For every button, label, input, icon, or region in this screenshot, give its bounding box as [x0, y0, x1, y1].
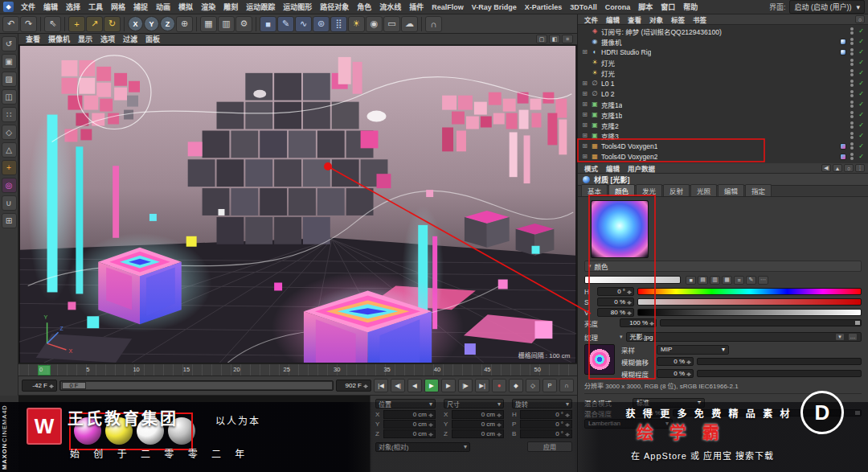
- enabled-check-icon[interactable]: ✓: [858, 69, 865, 76]
- enabled-check-icon[interactable]: ✓: [858, 153, 865, 160]
- render-view-button[interactable]: ▦: [200, 16, 217, 32]
- spectrum-mode-icon[interactable]: ▤: [698, 276, 708, 285]
- vp-menu-display[interactable]: 显示: [75, 33, 96, 45]
- blur-scale-slider[interactable]: [697, 370, 862, 377]
- om-menu-view[interactable]: 查看: [624, 14, 645, 24]
- record-params-button[interactable]: P: [542, 379, 557, 392]
- next-key-button[interactable]: |▶: [458, 379, 473, 392]
- om-menu-edit[interactable]: 编辑: [603, 14, 623, 24]
- snap-magnet-button[interactable]: ∩: [425, 16, 442, 32]
- blur-offset-slider[interactable]: [697, 358, 862, 365]
- vp-menu-panel[interactable]: 面板: [142, 33, 163, 45]
- menu-sculpt[interactable]: 雕刻: [220, 1, 241, 13]
- picker-icon[interactable]: ✎: [746, 276, 756, 285]
- menu-script[interactable]: 脚本: [635, 1, 656, 13]
- saturation-field[interactable]: 0 %: [597, 298, 634, 306]
- visibility-dots[interactable]: [849, 80, 855, 87]
- add-floor-button[interactable]: ▭: [383, 16, 400, 32]
- brightness-field[interactable]: 100 %: [620, 318, 657, 327]
- viewport-solo-button[interactable]: ◎: [2, 178, 17, 193]
- tab-basic[interactable]: 基本: [581, 184, 608, 196]
- swatch-mode-icon[interactable]: ■: [686, 276, 696, 285]
- viewport-menu-icon[interactable]: ≡: [562, 35, 573, 43]
- viewport-split-icon[interactable]: ◧: [549, 35, 560, 43]
- expand-icon[interactable]: ⊞: [581, 153, 588, 160]
- color-section-header[interactable]: ▾颜色: [584, 261, 862, 272]
- enabled-check-icon[interactable]: ✓: [858, 38, 865, 45]
- texture-mode-button[interactable]: ▨: [2, 72, 17, 87]
- attr-menu-mode[interactable]: 模式: [581, 163, 601, 173]
- coordinate-system-button[interactable]: ⊕: [176, 16, 193, 32]
- menu-edit[interactable]: 编辑: [40, 1, 61, 13]
- material-preview[interactable]: [591, 200, 649, 258]
- model-mode-button[interactable]: ▣: [2, 54, 17, 69]
- options-icon[interactable]: ⋯: [758, 276, 768, 285]
- object-row[interactable]: ⊞▣克隆1b✓: [578, 109, 868, 120]
- expand-icon[interactable]: ⊞: [581, 80, 588, 87]
- z-axis-lock-button[interactable]: Z: [160, 16, 175, 31]
- play-button[interactable]: ▶: [424, 379, 439, 392]
- attr-more-icon[interactable]: ⋮: [855, 164, 865, 172]
- color-swatch[interactable]: [584, 276, 681, 284]
- keyframe-button[interactable]: ◆: [509, 379, 523, 392]
- menu-3dtoall[interactable]: 3DToAll: [567, 2, 600, 12]
- object-row[interactable]: ◈订阅号: 绅梦 (培训报名QQ2129436100)✓: [578, 26, 868, 36]
- tab-reflectance[interactable]: 反射: [663, 184, 690, 196]
- enable-axis-button[interactable]: +: [2, 160, 17, 175]
- expand-icon[interactable]: ⊞: [581, 142, 588, 150]
- menu-render[interactable]: 渲染: [198, 1, 219, 13]
- viewport[interactable]: X Y Z 栅格间隔 : 100 cm: [18, 45, 577, 363]
- menu-snap[interactable]: 捕捉: [130, 1, 151, 13]
- object-row[interactable]: ⊞▣克隆2✓: [578, 120, 868, 130]
- go-to-start-button[interactable]: |◀: [374, 379, 388, 392]
- texture-thumbnail[interactable]: [584, 344, 615, 375]
- attr-menu-edit[interactable]: 编辑: [603, 163, 623, 173]
- camera-tag-icon[interactable]: [840, 39, 846, 45]
- app-logo-icon[interactable]: ◆: [3, 2, 14, 12]
- visibility-dots[interactable]: [849, 27, 855, 35]
- workplane-mode-button[interactable]: ◫: [2, 89, 17, 105]
- object-row[interactable]: ⊞▣克隆1a✓: [578, 99, 868, 109]
- tab-editor[interactable]: 编辑: [718, 184, 744, 196]
- texture-tag-icon[interactable]: [840, 143, 846, 150]
- menu-animate[interactable]: 动画: [153, 1, 174, 13]
- om-menu-bookmarks[interactable]: 书签: [690, 14, 710, 24]
- visibility-dots[interactable]: [849, 101, 855, 108]
- pen-tool-button[interactable]: ✎: [277, 16, 294, 32]
- add-light-button[interactable]: ☀: [348, 16, 365, 32]
- value-field[interactable]: 80 %: [597, 308, 634, 317]
- object-row-voxygen1[interactable]: ⊞▦Tools4D Voxygen1✓: [578, 141, 868, 151]
- object-row[interactable]: ☀灯光✓: [578, 68, 868, 78]
- menu-window[interactable]: 窗口: [657, 1, 678, 13]
- polygons-mode-button[interactable]: △: [2, 142, 17, 158]
- points-mode-button[interactable]: ∷: [2, 107, 17, 122]
- x-axis-lock-button[interactable]: X: [128, 16, 143, 31]
- menu-mesh[interactable]: 网格: [108, 1, 129, 13]
- object-row[interactable]: ◉摄像机✓: [578, 36, 868, 47]
- menu-realflow[interactable]: RealFlow: [428, 2, 467, 12]
- object-row[interactable]: ☀灯光✓: [578, 57, 868, 68]
- visibility-dots[interactable]: [849, 48, 855, 55]
- visibility-dots[interactable]: [849, 111, 855, 118]
- hue-slider[interactable]: [637, 288, 862, 295]
- enabled-check-icon[interactable]: ✓: [858, 142, 865, 150]
- object-row[interactable]: ⊞◐HDRI Studio Rig✓: [578, 47, 868, 57]
- menu-motion-tracker[interactable]: 运动跟踪: [243, 1, 278, 13]
- hue-field[interactable]: 0 °: [597, 287, 634, 296]
- live-selection-button[interactable]: ⇖: [44, 16, 61, 32]
- visibility-dots[interactable]: [849, 59, 855, 66]
- tab-illumination[interactable]: 光照: [690, 184, 717, 196]
- interface-select[interactable]: 启动 (启动 (用户))▾: [789, 0, 865, 14]
- enabled-check-icon[interactable]: ✓: [858, 80, 865, 87]
- add-cube-button[interactable]: ■: [260, 16, 276, 32]
- vp-menu-filter[interactable]: 过滤: [120, 33, 141, 45]
- tab-assign[interactable]: 指定: [745, 184, 772, 196]
- next-frame-button[interactable]: ▶: [441, 379, 456, 392]
- menu-character[interactable]: 角色: [354, 1, 375, 13]
- range-end-field[interactable]: 902 F: [336, 380, 371, 392]
- object-row[interactable]: ⊞▣克隆3✓: [578, 130, 868, 141]
- menu-help[interactable]: 帮助: [680, 1, 701, 13]
- vp-menu-camera[interactable]: 摄像机: [45, 33, 73, 45]
- enabled-check-icon[interactable]: ✓: [858, 48, 865, 55]
- enable-snap-button[interactable]: ∪: [2, 195, 17, 211]
